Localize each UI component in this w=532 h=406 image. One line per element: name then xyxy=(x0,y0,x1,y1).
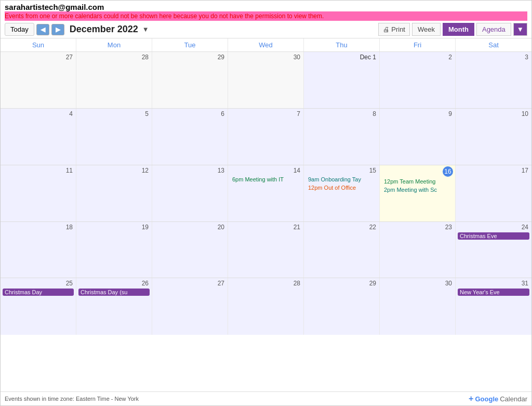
week-row-3: 18192021222324Christmas Eve xyxy=(1,222,531,279)
day-number: 29 xyxy=(154,53,225,61)
day-cell[interactable]: 27 xyxy=(152,278,228,335)
day-number: 10 xyxy=(458,110,529,118)
day-header-thu: Thu xyxy=(304,38,380,51)
calendar-event[interactable]: Christmas Day xyxy=(3,289,74,296)
day-number: 31 xyxy=(458,279,529,287)
day-number: 30 xyxy=(382,279,453,287)
today-button[interactable]: Today xyxy=(5,23,34,36)
day-cell[interactable]: 29 xyxy=(152,52,228,108)
day-number: 7 xyxy=(230,110,301,118)
day-number: 8 xyxy=(306,110,377,118)
print-button[interactable]: 🖨 Print xyxy=(378,23,410,36)
day-number: 9 xyxy=(382,110,453,118)
day-number: 14 xyxy=(230,166,301,175)
day-number: 11 xyxy=(3,166,74,175)
calendar-event[interactable]: 6pm Meeting with IT xyxy=(230,176,301,183)
day-cell[interactable]: 29 xyxy=(304,278,380,335)
day-cell[interactable]: 6 xyxy=(152,109,228,165)
plus-icon: + xyxy=(469,394,473,403)
day-number: 4 xyxy=(3,110,74,118)
day-number: 27 xyxy=(3,53,74,61)
day-cell[interactable]: 22 xyxy=(304,222,380,278)
day-header-tue: Tue xyxy=(152,38,228,51)
calendar-event[interactable]: New Year's Eve xyxy=(458,289,529,296)
day-number: 25 xyxy=(3,279,74,287)
day-number: 24 xyxy=(458,223,529,231)
prev-month-button[interactable]: ◀ xyxy=(36,24,49,35)
day-cell[interactable]: 146pm Meeting with IT xyxy=(228,165,304,221)
day-number: 22 xyxy=(306,223,377,231)
day-cell[interactable]: 1612pm Team Meeting2pm Meeting with Sc xyxy=(380,165,456,221)
month-title: December 2022 xyxy=(70,24,138,35)
day-cell[interactable]: 20 xyxy=(152,222,228,278)
day-cell[interactable]: 5 xyxy=(76,109,152,165)
permission-warning: Events from one or more calendars could … xyxy=(5,11,527,21)
day-cell[interactable]: 17 xyxy=(456,165,531,221)
week-view-button[interactable]: Week xyxy=(412,23,441,36)
day-cell[interactable]: 26Christmas Day (su xyxy=(76,278,152,335)
day-header-mon: Mon xyxy=(76,38,152,51)
calendar-event[interactable]: Christmas Eve xyxy=(458,232,529,240)
day-cell[interactable]: 19 xyxy=(76,222,152,278)
day-header-sat: Sat xyxy=(456,38,531,51)
day-cell[interactable]: 24Christmas Eve xyxy=(456,222,531,278)
day-number: 12 xyxy=(78,166,150,175)
google-calendar-logo: + Google Calendar xyxy=(469,394,527,403)
day-cell[interactable]: 11 xyxy=(1,165,76,221)
day-cell[interactable]: 159am Onboarding Tay12pm Out of Office xyxy=(304,165,380,221)
day-cell[interactable]: 8 xyxy=(304,109,380,165)
day-cell[interactable]: 3 xyxy=(456,52,531,108)
day-cell[interactable]: 23 xyxy=(380,222,456,278)
day-cell[interactable]: 28 xyxy=(76,52,152,108)
day-number: 26 xyxy=(78,279,150,287)
day-number: 3 xyxy=(458,53,529,61)
day-number: 2 xyxy=(382,53,453,61)
day-number: 23 xyxy=(382,223,453,231)
day-cell[interactable]: 4 xyxy=(1,109,76,165)
month-view-button[interactable]: Month xyxy=(443,23,474,36)
day-header-sun: Sun xyxy=(1,38,76,51)
day-cell[interactable]: 21 xyxy=(228,222,304,278)
next-month-button[interactable]: ▶ xyxy=(51,24,64,35)
calendar-event[interactable]: 2pm Meeting with Sc xyxy=(382,186,453,193)
day-cell[interactable]: 28 xyxy=(228,278,304,335)
day-number: Dec 1 xyxy=(306,53,377,61)
day-cell[interactable]: 13 xyxy=(152,165,228,221)
day-number: 21 xyxy=(230,223,301,231)
day-cell[interactable]: 27 xyxy=(1,52,76,108)
day-cell[interactable]: 2 xyxy=(380,52,456,108)
agenda-view-button[interactable]: Agenda xyxy=(476,23,511,36)
day-number: 18 xyxy=(3,223,74,231)
day-cell[interactable]: 18 xyxy=(1,222,76,278)
calendar-event[interactable]: 12pm Team Meeting xyxy=(382,178,453,185)
day-cell[interactable]: 25Christmas Day xyxy=(1,278,76,335)
week-row-4: 25Christmas Day26Christmas Day (su272829… xyxy=(1,278,531,335)
user-email: sarahartistech@gmail.com xyxy=(5,3,527,11)
day-cell[interactable]: 10 xyxy=(456,109,531,165)
day-number: 16 xyxy=(443,166,453,177)
day-cell[interactable]: 7 xyxy=(228,109,304,165)
day-number: 13 xyxy=(154,166,225,175)
month-dropdown-arrow[interactable]: ▼ xyxy=(142,25,149,33)
timezone-label: Events shown in time zone: Eastern Time … xyxy=(5,396,139,402)
day-number: 29 xyxy=(306,279,377,287)
day-number: 28 xyxy=(230,279,301,287)
day-cell[interactable]: 30 xyxy=(380,278,456,335)
day-header-wed: Wed xyxy=(228,38,304,51)
calendar-event[interactable]: Christmas Day (su xyxy=(78,289,150,296)
day-cell[interactable]: 12 xyxy=(76,165,152,221)
day-headers: SunMonTueWedThuFriSat xyxy=(1,38,531,52)
day-cell[interactable]: 9 xyxy=(380,109,456,165)
calendar-event[interactable]: 9am Onboarding Tay xyxy=(306,176,377,183)
agenda-dropdown-button[interactable]: ▼ xyxy=(513,23,527,36)
printer-icon: 🖨 xyxy=(383,25,390,33)
day-cell[interactable]: 31New Year's Eve xyxy=(456,278,531,335)
day-cell[interactable]: 30 xyxy=(228,52,304,108)
week-row-1: 45678910 xyxy=(1,109,531,165)
calendar-event[interactable]: 12pm Out of Office xyxy=(306,184,377,191)
day-number: 6 xyxy=(154,110,225,118)
day-number: 5 xyxy=(78,110,150,118)
day-number: 28 xyxy=(78,53,150,61)
day-number: 15 xyxy=(306,166,377,175)
day-cell[interactable]: Dec 1 xyxy=(304,52,380,108)
